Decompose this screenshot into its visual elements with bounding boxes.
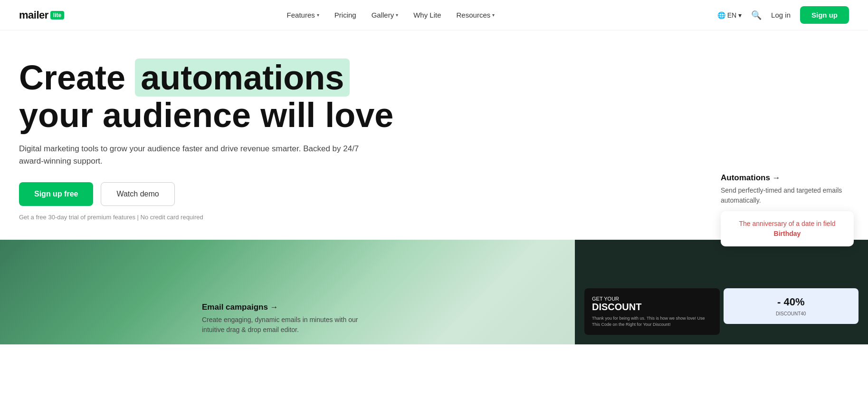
hero-highlight-word: automations bbox=[135, 59, 350, 97]
right-panel: Automations → Send perfectly-timed and t… bbox=[575, 240, 868, 344]
nav-item-features[interactable]: Features ▾ bbox=[287, 11, 319, 19]
navbar: mailer lite Features ▾ Pricing Gallery ▾… bbox=[0, 0, 868, 30]
nav-item-pricing[interactable]: Pricing bbox=[334, 11, 356, 19]
hero-cta: Sign up free Watch demo bbox=[19, 182, 456, 206]
nav-item-gallery[interactable]: Gallery ▾ bbox=[372, 11, 399, 19]
hero-section: Create automations your audience will lo… bbox=[0, 30, 475, 221]
chevron-down-icon: ▾ bbox=[738, 11, 742, 19]
automations-desc: Send perfectly-timed and targeted emails… bbox=[721, 186, 854, 205]
email-campaigns-desc: Create engaging, dynamic emails in minut… bbox=[202, 315, 373, 335]
logo[interactable]: mailer lite bbox=[19, 9, 64, 21]
hero-title: Create automations your audience will lo… bbox=[19, 59, 456, 134]
lang-label: EN bbox=[727, 11, 736, 19]
green-bg-area: Email campaigns → Create engaging, dynam… bbox=[0, 240, 575, 344]
discount-amount: - 40% bbox=[777, 296, 804, 308]
email-campaigns-title[interactable]: Email campaigns → bbox=[202, 303, 373, 312]
birthday-field-name: Birthday bbox=[774, 230, 801, 237]
globe-icon: 🌐 bbox=[717, 11, 725, 19]
automations-title[interactable]: Automations → bbox=[721, 173, 854, 183]
lower-section: Email campaigns → Create engaging, dynam… bbox=[0, 240, 868, 344]
email-campaigns-card: Email campaigns → Create engaging, dynam… bbox=[188, 293, 387, 344]
birthday-card: The anniversary of a date in field Birth… bbox=[721, 211, 854, 246]
nav-links: Features ▾ Pricing Gallery ▾ Why Lite Re… bbox=[287, 11, 495, 19]
signup-free-button[interactable]: Sign up free bbox=[19, 182, 93, 206]
birthday-card-text: The anniversary of a date in field Birth… bbox=[730, 219, 844, 239]
nav-item-why-lite[interactable]: Why Lite bbox=[413, 11, 441, 19]
discount-label: DISCOUNT bbox=[592, 302, 712, 313]
get-your-label: GET YOUR bbox=[592, 296, 712, 302]
hero-subtitle: Digital marketing tools to grow your aud… bbox=[19, 143, 375, 167]
discount-cards: GET YOUR DISCOUNT Thank you for being wi… bbox=[575, 279, 868, 344]
chevron-down-icon: ▾ bbox=[396, 12, 398, 18]
logo-brand: mailer bbox=[19, 9, 48, 21]
watch-demo-button[interactable]: Watch demo bbox=[101, 182, 174, 206]
nav-right: 🌐 EN ▾ 🔍 Log in Sign up bbox=[717, 6, 849, 24]
logo-lite-badge: lite bbox=[50, 11, 64, 20]
nav-item-resources[interactable]: Resources ▾ bbox=[457, 11, 495, 19]
automations-section: Automations → Send perfectly-timed and t… bbox=[706, 164, 868, 215]
hero-note: Get a free 30-day trial of premium featu… bbox=[19, 214, 456, 221]
discount-card-blue: - 40% DISCOUNT40 bbox=[724, 288, 859, 324]
chevron-down-icon: ▾ bbox=[492, 12, 495, 18]
search-icon[interactable]: 🔍 bbox=[751, 10, 762, 20]
login-link[interactable]: Log in bbox=[771, 11, 791, 19]
chevron-down-icon: ▾ bbox=[317, 12, 319, 18]
language-selector[interactable]: 🌐 EN ▾ bbox=[717, 11, 742, 19]
discount-body: Thank you for being with us. This is how… bbox=[592, 315, 712, 327]
discount-code: DISCOUNT40 bbox=[776, 311, 806, 316]
discount-card-black: GET YOUR DISCOUNT Thank you for being wi… bbox=[584, 288, 720, 335]
signup-button[interactable]: Sign up bbox=[800, 6, 849, 24]
